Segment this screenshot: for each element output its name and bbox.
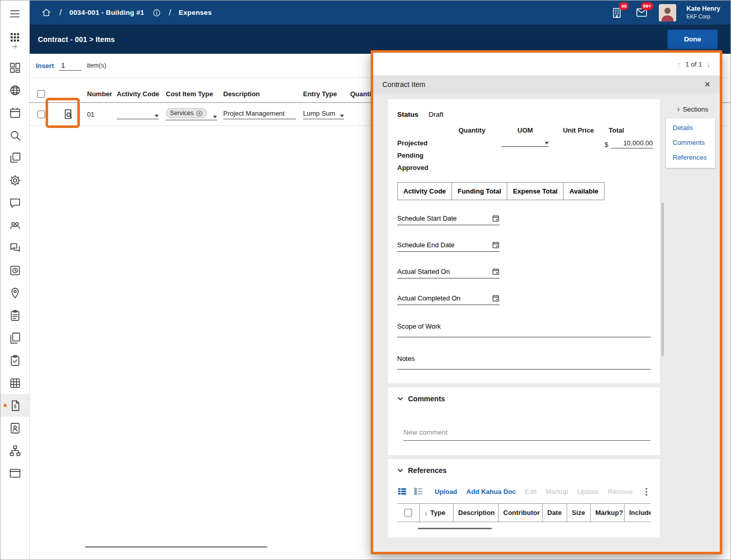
references-horizontal-scrollbar[interactable] bbox=[418, 528, 492, 529]
user-avatar[interactable] bbox=[659, 4, 676, 21]
cell-number[interactable]: 01 bbox=[84, 111, 114, 118]
organization-button[interactable]: 49 bbox=[610, 6, 624, 20]
funding-col-funding-total[interactable]: Funding Total bbox=[452, 183, 507, 200]
breadcrumb-project[interactable]: 0034-001 - Building #1 bbox=[69, 9, 144, 16]
sidebar-item-documents[interactable] bbox=[1, 327, 29, 349]
ref-column-type[interactable]: ↓ Type bbox=[420, 504, 454, 522]
sidebar-item-files[interactable] bbox=[1, 146, 29, 169]
references-select-all-checkbox[interactable] bbox=[404, 509, 412, 516]
ref-column-description[interactable]: Description bbox=[454, 504, 499, 522]
column-description[interactable]: Description bbox=[219, 90, 301, 98]
user-info[interactable]: Kate Henry EKF Corp. bbox=[686, 5, 720, 20]
total-field[interactable]: 10,000.00 bbox=[611, 139, 653, 148]
matrix-col-quantity: Quantity bbox=[446, 126, 498, 136]
funding-col-activity-code[interactable]: Activity Code bbox=[398, 183, 452, 200]
markup-button[interactable]: Markup bbox=[546, 488, 568, 496]
info-icon[interactable] bbox=[152, 8, 161, 17]
sidebar-item-locations[interactable] bbox=[1, 282, 29, 304]
cell-cost-item-type[interactable]: Services bbox=[164, 108, 219, 120]
cost-type-chip[interactable]: Services bbox=[166, 108, 207, 118]
sidebar-item-settings[interactable] bbox=[1, 169, 29, 191]
calendar-icon[interactable] bbox=[492, 241, 500, 249]
projected-unit-price-field[interactable] bbox=[552, 138, 605, 148]
update-button[interactable]: Update bbox=[577, 488, 599, 496]
sidebar-item-globe[interactable] bbox=[1, 79, 29, 101]
notes-field[interactable] bbox=[397, 369, 651, 370]
funding-col-expense-total[interactable]: Expense Total bbox=[507, 183, 564, 200]
sidebar-item-window[interactable] bbox=[1, 462, 29, 484]
next-record-icon[interactable]: ↓ bbox=[707, 60, 711, 69]
schedule-end-date-field[interactable]: Schedule End Date bbox=[397, 241, 500, 252]
section-link-details[interactable]: Details bbox=[673, 124, 708, 132]
close-icon[interactable]: ✕ bbox=[704, 80, 711, 89]
ref-column-size[interactable]: Size bbox=[567, 504, 591, 522]
previous-record-icon[interactable]: ↑ bbox=[677, 60, 681, 69]
section-link-references[interactable]: References bbox=[673, 154, 708, 161]
page-title: Contract - 001 > Items bbox=[30, 35, 115, 44]
sidebar-item-tasks[interactable] bbox=[1, 349, 29, 372]
sidebar-item-schedule[interactable] bbox=[1, 259, 29, 282]
sidebar-item-apps[interactable] bbox=[1, 28, 29, 54]
sidebar-item-grid[interactable] bbox=[1, 372, 29, 394]
panel-vertical-scrollbar[interactable] bbox=[661, 203, 664, 356]
sidebar-item-search[interactable] bbox=[1, 124, 29, 146]
cell-entry-type[interactable]: Lump Sum bbox=[301, 110, 347, 119]
ref-column-contributor[interactable]: Contributor bbox=[499, 504, 543, 522]
actual-started-on-field[interactable]: Actual Started On bbox=[397, 268, 500, 278]
uom-select[interactable] bbox=[502, 142, 549, 147]
list-view-icon[interactable] bbox=[414, 487, 423, 496]
projected-quantity-field[interactable] bbox=[446, 138, 498, 148]
sidebar-item-expenses[interactable]: $ bbox=[1, 394, 29, 417]
home-icon[interactable] bbox=[41, 7, 52, 18]
sidebar-item-messages[interactable] bbox=[1, 191, 29, 214]
cell-activity-code[interactable] bbox=[114, 110, 164, 119]
panel-header: Contract Item ✕ bbox=[373, 75, 720, 94]
horizontal-scrollbar[interactable] bbox=[85, 546, 267, 548]
ref-column-include[interactable]: Include bbox=[625, 504, 651, 522]
done-button[interactable]: Done bbox=[668, 30, 718, 49]
remove-chip-icon[interactable] bbox=[196, 110, 203, 117]
messages-button[interactable]: 99+ bbox=[634, 6, 649, 20]
sidebar-item-forum[interactable] bbox=[1, 236, 29, 259]
column-entry-type[interactable]: Entry Type bbox=[301, 90, 347, 98]
preview-item-icon[interactable] bbox=[62, 108, 74, 120]
insert-link[interactable]: Insert bbox=[36, 62, 54, 70]
cell-description[interactable]: Project Management bbox=[219, 110, 301, 119]
funding-col-available[interactable]: Available bbox=[564, 183, 605, 200]
sidebar-item-dashboard[interactable] bbox=[1, 56, 29, 79]
sections-toggle[interactable]: › Sections bbox=[666, 105, 715, 113]
sidebar-item-clipboard[interactable] bbox=[1, 304, 29, 327]
section-link-comments[interactable]: Comments bbox=[673, 139, 708, 146]
sidebar-item-sitemap[interactable] bbox=[1, 439, 29, 462]
column-number[interactable]: Number bbox=[84, 90, 114, 98]
menu-button[interactable] bbox=[1, 6, 29, 22]
kebab-menu-icon[interactable]: ⋮ bbox=[642, 487, 651, 496]
remove-button[interactable]: Remove bbox=[608, 488, 633, 496]
insert-count-input[interactable] bbox=[59, 60, 81, 71]
column-activity-code[interactable]: Activity Code bbox=[114, 90, 164, 98]
column-cost-item-type[interactable]: Cost Item Type bbox=[164, 90, 219, 98]
upload-button[interactable]: Upload bbox=[435, 488, 457, 496]
scope-of-work-field[interactable] bbox=[397, 337, 651, 337]
edit-button[interactable]: Edit bbox=[525, 488, 536, 496]
calendar-icon[interactable] bbox=[492, 268, 500, 275]
calendar-icon[interactable] bbox=[492, 214, 500, 222]
actual-completed-on-field[interactable]: Actual Completed On bbox=[397, 294, 500, 305]
breadcrumb-app[interactable]: Expenses bbox=[179, 9, 212, 16]
schedule-start-date-field[interactable]: Schedule Start Date bbox=[397, 214, 500, 225]
sidebar-item-people[interactable] bbox=[1, 214, 29, 236]
sidebar-item-calendar[interactable] bbox=[1, 101, 29, 124]
sidebar-item-contacts[interactable] bbox=[1, 417, 29, 439]
ref-column-date[interactable]: Date bbox=[543, 504, 567, 522]
record-position: 1 of 1 bbox=[685, 60, 702, 68]
expenses-doc-icon: $ bbox=[9, 399, 22, 412]
table-view-icon[interactable] bbox=[397, 487, 407, 496]
references-section-toggle[interactable]: References bbox=[397, 466, 651, 475]
new-comment-input[interactable]: New comment bbox=[403, 428, 651, 441]
calendar-icon[interactable] bbox=[492, 294, 500, 302]
ref-column-markup[interactable]: Markup? bbox=[591, 504, 625, 522]
row-checkbox[interactable] bbox=[37, 111, 45, 118]
select-all-checkbox[interactable] bbox=[37, 90, 45, 98]
add-kahua-doc-button[interactable]: Add Kahua Doc bbox=[466, 488, 516, 496]
comments-section-toggle[interactable]: Comments bbox=[397, 395, 651, 403]
